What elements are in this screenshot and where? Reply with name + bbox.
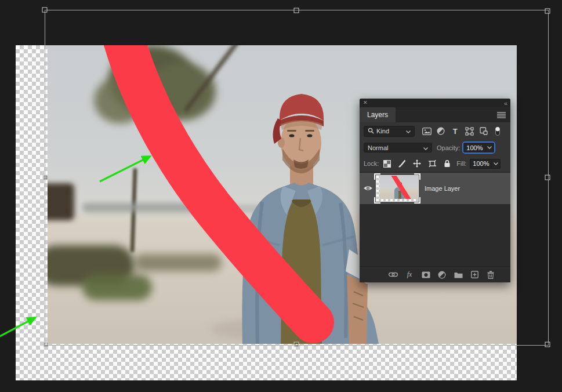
fill-input[interactable]: 100% bbox=[470, 159, 492, 169]
blend-mode-dropdown[interactable]: Normal bbox=[364, 143, 432, 153]
delete-layer-trash-icon[interactable] bbox=[486, 270, 495, 280]
new-group-folder-icon[interactable] bbox=[454, 270, 463, 280]
panel-menu-icon[interactable] bbox=[492, 107, 510, 122]
layer-visibility-toggle[interactable] bbox=[360, 185, 376, 193]
fill-value: 100% bbox=[473, 160, 489, 167]
selection-bracket bbox=[414, 173, 420, 180]
opacity-dropdown-button[interactable] bbox=[485, 143, 494, 153]
lock-all-icon[interactable] bbox=[443, 159, 452, 168]
lock-button-group bbox=[382, 159, 452, 168]
transform-handle-right-middle[interactable] bbox=[545, 175, 550, 180]
layer-row-image-layer[interactable]: Image Layer bbox=[360, 173, 510, 204]
transform-handle-top-right[interactable] bbox=[545, 9, 550, 14]
add-layer-mask-icon[interactable] bbox=[421, 270, 430, 280]
panel-tab-bar: Layers bbox=[360, 107, 510, 122]
tab-layers-label: Layers bbox=[367, 111, 388, 119]
filter-kind-dropdown[interactable]: Kind bbox=[364, 126, 415, 137]
selection-bracket bbox=[374, 197, 380, 204]
fill-dropdown-button[interactable] bbox=[492, 159, 501, 169]
layer-effects-icon[interactable]: fx bbox=[405, 270, 414, 280]
lock-label: Lock: bbox=[364, 160, 379, 167]
lock-position-icon[interactable] bbox=[412, 159, 422, 168]
transform-handle-top-left[interactable] bbox=[42, 8, 48, 13]
lock-image-pixels-icon[interactable] bbox=[397, 159, 407, 168]
blend-mode-value: Normal bbox=[368, 144, 388, 151]
tab-layers[interactable]: Layers bbox=[360, 107, 396, 122]
fill-field-group: 100% bbox=[469, 158, 502, 170]
selection-bracket bbox=[374, 173, 380, 180]
close-icon[interactable]: ✕ bbox=[363, 100, 368, 106]
collapse-panel-icon[interactable]: « bbox=[504, 100, 507, 107]
panel-title-bar: ✕ « bbox=[360, 99, 510, 107]
opacity-input[interactable]: 100% bbox=[463, 143, 485, 153]
chevron-down-icon bbox=[406, 128, 411, 135]
transform-handle-bottom-right[interactable] bbox=[545, 342, 550, 347]
filter-icon-group: T bbox=[418, 125, 506, 137]
panel-footer-toolbar: fx bbox=[360, 266, 510, 282]
filter-row: Kind T bbox=[360, 122, 510, 140]
filter-type-layers-icon[interactable]: T bbox=[449, 125, 461, 137]
panel-body: Kind T bbox=[360, 122, 510, 282]
opacity-value: 100% bbox=[466, 144, 483, 151]
lock-row: Lock: bbox=[360, 155, 510, 172]
filter-pixel-layers-icon[interactable] bbox=[421, 125, 433, 137]
filter-kind-label: Kind bbox=[376, 128, 389, 135]
link-layers-icon[interactable] bbox=[389, 270, 398, 280]
selection-bracket bbox=[414, 197, 420, 204]
lock-transparent-pixels-icon[interactable] bbox=[382, 159, 391, 168]
opacity-field-group: 100% bbox=[462, 141, 495, 154]
filter-smart-objects-icon[interactable] bbox=[478, 125, 490, 137]
filter-shape-layers-icon[interactable] bbox=[463, 125, 475, 137]
layer-thumbnail-photo bbox=[379, 176, 418, 199]
blend-row: Normal Opacity: 100% bbox=[360, 140, 510, 155]
opacity-label: Opacity: bbox=[437, 144, 460, 151]
search-icon bbox=[368, 128, 374, 135]
filter-adjustment-layers-icon[interactable] bbox=[435, 125, 447, 137]
transform-handle-top-middle[interactable] bbox=[294, 8, 299, 13]
eye-icon bbox=[363, 185, 373, 193]
transform-handle-bottom-left[interactable] bbox=[43, 342, 49, 347]
chevron-down-icon bbox=[423, 144, 428, 151]
fill-group: Fill: 100% bbox=[452, 158, 502, 170]
layers-panel: ✕ « Layers Kind bbox=[360, 99, 510, 282]
photoshop-workspace: ✕ « Layers Kind bbox=[0, 0, 562, 392]
fill-label: Fill: bbox=[456, 160, 466, 167]
transform-handle-left-middle[interactable] bbox=[43, 175, 48, 180]
lock-artboard-nesting-icon[interactable] bbox=[427, 159, 437, 168]
new-layer-icon[interactable] bbox=[470, 270, 479, 280]
transform-handle-bottom-middle[interactable] bbox=[294, 342, 299, 347]
layer-thumbnail[interactable] bbox=[376, 175, 419, 202]
layer-list: Image Layer bbox=[360, 172, 510, 266]
new-adjustment-layer-icon[interactable] bbox=[437, 270, 447, 280]
layer-name[interactable]: Image Layer bbox=[425, 185, 460, 192]
filter-toggle-icon[interactable] bbox=[492, 125, 503, 137]
